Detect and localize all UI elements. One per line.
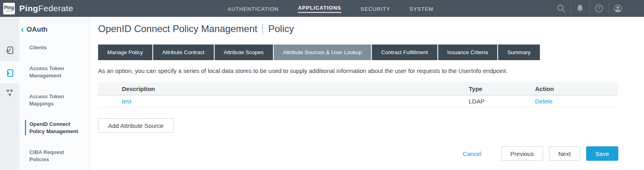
previous-button[interactable]: Previous [501, 146, 543, 161]
nav-applications[interactable]: APPLICATIONS [298, 4, 341, 13]
footer-actions: Cancel Previous Next Save [98, 146, 618, 162]
nav-authentication[interactable]: AUTHENTICATION [228, 5, 279, 12]
app-title: PingFederate [19, 0, 73, 17]
tab-manage-policy[interactable]: Manage Policy [98, 45, 153, 60]
column-header-description: Description [98, 85, 469, 92]
app-header: Ping Identity PingFederate AUTHENTICATIO… [0, 0, 644, 17]
delete-link[interactable]: Delete [535, 98, 552, 105]
access-token-management-icon[interactable] [5, 69, 14, 77]
svg-text:?: ? [598, 6, 601, 11]
tab-bar: Manage Policy Attribute Contract Attribu… [98, 45, 540, 60]
tab-issuance-criteria[interactable]: Issuance Criteria [438, 45, 498, 60]
tab-summary[interactable]: Summary [498, 45, 540, 60]
table-row: test LDAP Delete [98, 95, 618, 107]
sidebar-selected-indicator [25, 120, 26, 135]
title-divider [263, 24, 263, 34]
search-icon[interactable] [556, 4, 566, 13]
header-actions: ? [552, 0, 627, 17]
cancel-link[interactable]: Cancel [463, 150, 482, 157]
attribute-source-link[interactable]: test [122, 98, 131, 105]
chevron-left-icon: ‹ [21, 26, 24, 33]
sidebar-item-openid-connect-policy-management[interactable]: OpenID Connect Policy Management [29, 121, 81, 135]
sidebar-item-clients[interactable]: Clients [29, 44, 81, 51]
column-header-action: Action [535, 85, 618, 92]
page-title-main: OpenID Connect Policy Management [98, 23, 257, 34]
tab-attribute-scopes[interactable]: Attribute Scopes [215, 45, 274, 60]
sidebar-section-label: OAuth [27, 26, 47, 34]
nav-security[interactable]: SECURITY [361, 5, 390, 12]
page: Ping Identity PingFederate AUTHENTICATIO… [0, 0, 644, 170]
sidebar-back-oauth[interactable]: ‹ OAuth [21, 26, 47, 34]
sidebar-item-access-token-management[interactable]: Access Token Management [29, 65, 81, 79]
app-title-bold: Ping [19, 4, 38, 13]
header-divider [570, 3, 571, 14]
page-description: As an option, you can specify a series o… [98, 67, 618, 74]
tab-contract-fulfillment[interactable]: Contract Fulfillment [372, 45, 438, 60]
cell-action: Delete [535, 98, 618, 105]
ping-logo-subtext: Identity [6, 10, 12, 12]
sidebar: ‹ OAuth Clients Access Token Management … [0, 17, 90, 170]
account-icon[interactable] [613, 4, 623, 13]
save-button[interactable]: Save [586, 146, 618, 161]
clients-icon[interactable] [5, 46, 14, 55]
notifications-icon[interactable] [575, 4, 585, 13]
header-divider [589, 3, 590, 14]
tab-attribute-sources-user-lookup[interactable]: Attribute Sources & User Lookup [274, 45, 372, 60]
sidebar-item-ciba-request-policies[interactable]: CIBA Request Policies [29, 149, 81, 163]
tab-attribute-contract[interactable]: Attribute Contract [153, 45, 215, 60]
page-title: OpenID Connect Policy Management Policy [98, 23, 294, 34]
table-header-row: Description Type Action [98, 82, 618, 95]
ping-logo-text: Ping [4, 6, 14, 10]
sidebar-item-access-token-mappings[interactable]: Access Token Mappings [29, 93, 81, 107]
page-title-section: Policy [268, 23, 294, 34]
cell-description: test [98, 98, 469, 105]
ping-logo[interactable]: Ping Identity [3, 3, 15, 14]
add-attribute-source-button[interactable]: Add Attribute Source [98, 118, 174, 133]
header-divider [608, 3, 609, 14]
next-button[interactable]: Next [549, 146, 580, 161]
cell-type: LDAP [469, 98, 535, 105]
attribute-sources-table: Description Type Action test LDAP Delete [98, 82, 618, 107]
column-header-type: Type [469, 85, 535, 92]
help-icon[interactable]: ? [594, 4, 604, 13]
access-token-mappings-icon[interactable] [5, 89, 14, 98]
app-title-rest: Federate [38, 4, 73, 13]
nav-system[interactable]: SYSTEM [410, 5, 433, 12]
main-nav: AUTHENTICATION APPLICATIONS SECURITY SYS… [228, 0, 433, 17]
